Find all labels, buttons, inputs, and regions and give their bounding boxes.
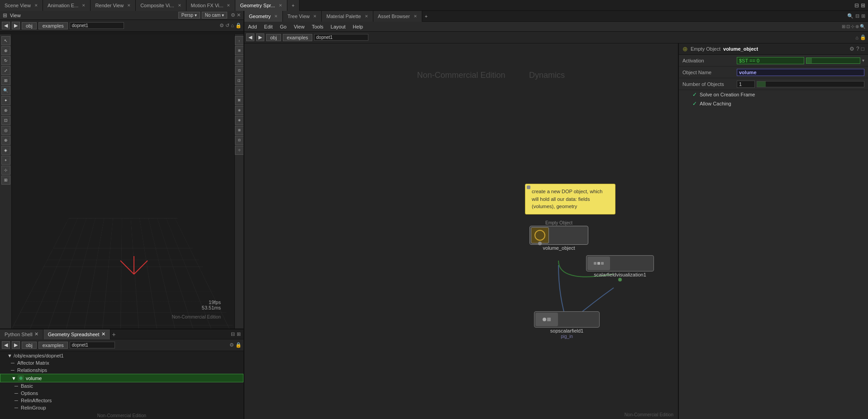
solve-creation-checkbox-row[interactable]: ✓ Solve on Creation Frame (679, 90, 868, 99)
root-btn[interactable]: obj (22, 22, 37, 29)
layout-btn2[interactable]: ⊡ (846, 24, 850, 29)
bottom-max[interactable]: ⊞ (237, 331, 241, 337)
ne-addr-input[interactable] (314, 34, 368, 41)
tree-item-options[interactable]: ─ Options (0, 390, 243, 397)
rtool-7[interactable]: ⌘ (235, 96, 244, 105)
back-btn[interactable]: ◀ (2, 22, 10, 29)
bottom-forward-btn[interactable]: ▶ (12, 341, 20, 349)
close-asset-tab[interactable]: ✕ (414, 14, 417, 19)
activation-input[interactable] (737, 57, 804, 64)
addr-lock[interactable]: 🔒 (235, 23, 242, 29)
bottom-float[interactable]: ⊟ (231, 331, 235, 337)
objectname-input[interactable] (737, 69, 864, 76)
close-tab-scene-view[interactable]: ✕ (34, 3, 38, 8)
props-gear-icon[interactable]: ⚙ (849, 46, 854, 52)
menu-view[interactable]: View (290, 23, 308, 30)
bottom-back-btn[interactable]: ◀ (2, 341, 10, 349)
layout-btn1[interactable]: ⊞ (842, 24, 845, 29)
tool-7[interactable]: ⊛ (1, 106, 10, 115)
tree-item-volume[interactable]: ▼ ⊕ volume (0, 374, 243, 382)
props-help-icon[interactable]: ? (856, 46, 859, 52)
tool-13[interactable]: ⊹ (1, 166, 10, 175)
path-btn[interactable]: examples (38, 22, 68, 29)
close-tab-geo[interactable]: ✕ (279, 3, 282, 8)
close-material-tab[interactable]: ✕ (365, 14, 368, 19)
ne-back-btn[interactable]: ◀ (246, 33, 254, 41)
tab-geometry-spreadsheet[interactable]: Geometry Spr...✕ (235, 0, 287, 11)
rtool-2[interactable]: ⊞ (235, 46, 244, 55)
tool-11[interactable]: ◈ (1, 146, 10, 155)
tree-item-basic[interactable]: ─ Basic (0, 382, 243, 390)
activation-slider[interactable] (806, 57, 860, 64)
bottom-settings[interactable]: ⚙ (229, 342, 234, 348)
tool-12[interactable]: ⌖ (1, 156, 10, 165)
tool-select[interactable]: ↖ (1, 36, 10, 45)
search-node-btn[interactable]: 🔍 (860, 24, 865, 29)
close-tree-tab[interactable]: ✕ (313, 14, 317, 19)
tab-geometry[interactable]: Geometry ✕ (244, 11, 283, 22)
close-geometry-tab[interactable]: ✕ (274, 14, 278, 19)
tab-motionfx[interactable]: Motion FX Vi...✕ (186, 0, 236, 11)
menu-go[interactable]: Go (277, 23, 291, 30)
tool-8[interactable]: ⊡ (1, 116, 10, 125)
rtool-9[interactable]: ⊕ (235, 116, 244, 125)
forward-btn[interactable]: ▶ (12, 22, 20, 29)
tab-python-shell[interactable]: Python Shell ✕ (0, 329, 43, 339)
addr-settings[interactable]: ⚙ (219, 23, 224, 29)
menu-tools[interactable]: Tools (308, 23, 327, 30)
tool-move[interactable]: ⊕ (1, 46, 10, 55)
tool-transform[interactable]: ⊞ (1, 76, 10, 85)
tool-scale[interactable]: ⤢ (1, 66, 10, 75)
node-float[interactable]: ⊟ (855, 13, 859, 19)
persp-button[interactable]: Persp ▾ (178, 12, 200, 19)
menu-help[interactable]: Help (349, 23, 367, 30)
max-btn[interactable]: ⊞ (861, 2, 865, 9)
numobjects-slider[interactable] (757, 81, 864, 87)
addr-home[interactable]: ⌂ (231, 23, 234, 29)
tab-material-palette[interactable]: Material Palette ✕ (322, 11, 373, 22)
node-max[interactable]: ⊞ (861, 13, 865, 19)
props-window-icon[interactable]: □ (861, 46, 864, 52)
bottom-root-btn[interactable]: obj (22, 342, 37, 349)
bottom-lock[interactable]: 🔒 (235, 342, 242, 348)
bottom-path-btn[interactable]: examples (38, 342, 68, 349)
addr-refresh[interactable]: ↺ (225, 23, 229, 29)
node-empty-object[interactable]: Empty Object volume_object (529, 220, 588, 251)
ne-forward-btn[interactable]: ▶ (256, 33, 264, 41)
add-node-tab[interactable]: + (422, 13, 430, 20)
close-tab-anim[interactable]: ✕ (82, 3, 86, 8)
rtool-5[interactable]: ◫ (235, 76, 244, 85)
add-tab-button[interactable]: + (287, 0, 300, 11)
tool-10[interactable]: ⊕ (1, 136, 10, 145)
tab-geo-spreadsheet[interactable]: Geometry Spreadsheet ✕ (43, 329, 110, 339)
tab-tree-view[interactable]: Tree View ✕ (283, 11, 322, 22)
menu-layout[interactable]: Layout (327, 23, 349, 30)
tool-rotate[interactable]: ↻ (1, 56, 10, 65)
tree-root-item[interactable]: ▼ /obj/examples/dopnet1 (0, 352, 243, 359)
node-scalar-field-viz[interactable]: scalarfieldvisualization1 (586, 255, 654, 281)
node-search[interactable]: 🔍 (847, 13, 854, 19)
tab-animation-editor[interactable]: Animation E...✕ (43, 0, 91, 11)
allow-caching-checkbox-row[interactable]: ✓ Allow Caching (679, 99, 868, 108)
rtool-8[interactable]: ⊛ (235, 106, 244, 115)
ne-home[interactable]: ⌂ (855, 35, 858, 40)
rtool-12[interactable]: ⊹ (235, 146, 244, 155)
close-tab-render[interactable]: ✕ (127, 3, 131, 8)
ne-path-btn[interactable]: examples (283, 34, 312, 41)
node-canvas[interactable]: Non-Commercial Edition Dynamics (244, 43, 678, 419)
tooltip-close-btn[interactable] (527, 186, 530, 189)
rtool-10[interactable]: ⊞ (235, 126, 244, 135)
rtool-1[interactable]: ↑ (235, 36, 244, 45)
tool-5[interactable]: 🔍 (1, 86, 10, 95)
ne-root-btn[interactable]: obj (266, 34, 281, 41)
rtool-4[interactable]: ⊡ (235, 66, 244, 75)
ne-lock[interactable]: 🔒 (860, 34, 866, 40)
tab-composite[interactable]: Composite Vi...✕ (136, 0, 186, 11)
tree-item-relinaffectors[interactable]: ─ RelinAffectors (0, 397, 243, 404)
tab-render-view[interactable]: Render View✕ (91, 0, 136, 11)
rtool-3[interactable]: ◎ (235, 56, 244, 65)
tree-item-affector[interactable]: ─ Affector Matrix (0, 359, 243, 367)
nocam-button[interactable]: No cam ▾ (202, 12, 227, 19)
add-bottom-tab[interactable]: + (112, 331, 116, 338)
layout-btn3[interactable]: ⊹ (851, 24, 854, 29)
